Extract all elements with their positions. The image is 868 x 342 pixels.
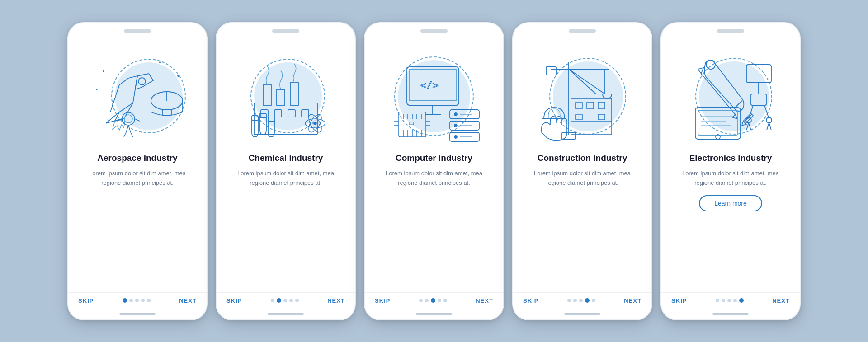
svg-point-61 [706, 60, 715, 69]
phone-bottom-4: SKIP NEXT [513, 292, 651, 311]
dot-4-1 [567, 299, 571, 302]
next-button-2[interactable]: NEXT [327, 297, 345, 304]
aerospace-desc: Lorem ipsum dolor sit dim amet, mea regi… [79, 169, 196, 188]
dot-1-4 [141, 299, 145, 302]
phone-construction: Construction industry Lorem ipsum dolor … [512, 22, 652, 320]
dot-3-5 [443, 299, 447, 302]
illustration-aerospace [68, 35, 207, 153]
dots-1 [123, 298, 151, 303]
svg-point-21 [314, 122, 316, 125]
svg-rect-48 [598, 102, 605, 109]
dots-5 [716, 298, 744, 303]
svg-rect-12 [290, 83, 298, 105]
phone-top-4 [513, 23, 651, 35]
svg-rect-2 [162, 110, 171, 115]
learn-more-button[interactable]: Learn more [699, 195, 762, 211]
svg-point-4 [124, 115, 132, 123]
home-indicator-5 [712, 313, 749, 315]
svg-line-38 [569, 69, 596, 94]
dot-5-1 [716, 299, 719, 302]
svg-line-39 [569, 69, 605, 94]
skip-button-1[interactable]: SKIP [78, 297, 94, 304]
svg-rect-49 [576, 114, 582, 120]
dot-1-1 [123, 298, 127, 303]
phone-speaker-2 [272, 29, 299, 33]
home-indicator-1 [119, 313, 156, 315]
svg-rect-43 [571, 98, 612, 135]
dot-2-1 [271, 299, 274, 302]
phone-speaker-4 [569, 29, 596, 33]
dot-5-3 [727, 299, 731, 302]
svg-point-8 [96, 89, 98, 90]
phone-electronics: Electronics industry Lorem ipsum dolor s… [660, 22, 801, 320]
phone-top-5 [661, 23, 800, 35]
computer-title: Computer industry [396, 153, 472, 164]
svg-rect-47 [587, 102, 594, 109]
computer-desc: Lorem ipsum dolor sit dim amet, mea regi… [376, 169, 492, 188]
svg-rect-14 [274, 110, 282, 117]
skip-button-2[interactable]: SKIP [226, 297, 242, 304]
construction-title: Construction industry [538, 153, 627, 164]
svg-line-62 [701, 74, 735, 114]
dot-3-1 [419, 299, 423, 302]
next-button-5[interactable]: NEXT [772, 297, 790, 304]
dot-4-2 [573, 299, 577, 302]
dots-2 [271, 298, 299, 303]
next-button-1[interactable]: NEXT [179, 297, 197, 304]
next-button-4[interactable]: NEXT [624, 297, 642, 304]
dots-3 [419, 298, 447, 303]
phone-aerospace: Aerospace industry Lorem ipsum dolor sit… [67, 22, 208, 320]
phones-container: Aerospace industry Lorem ipsum dolor sit… [49, 9, 819, 334]
svg-point-33 [454, 124, 457, 127]
svg-line-58 [764, 105, 769, 119]
dot-4-5 [592, 299, 595, 302]
svg-point-5 [103, 70, 104, 72]
illustration-computer: </> [365, 35, 503, 153]
phone-bottom-3: SKIP NEXT [365, 292, 503, 311]
next-button-3[interactable]: NEXT [476, 297, 493, 304]
phone-bottom-5: SKIP NEXT [661, 292, 800, 311]
svg-rect-46 [576, 102, 582, 109]
svg-rect-56 [751, 94, 766, 105]
svg-point-6 [159, 61, 161, 63]
chemical-title: Chemical industry [249, 153, 323, 164]
svg-rect-10 [263, 85, 271, 105]
svg-rect-42 [546, 67, 556, 75]
dot-1-2 [129, 299, 133, 302]
home-indicator-3 [416, 313, 452, 315]
aerospace-svg [83, 49, 192, 144]
svg-rect-9 [254, 103, 317, 135]
skip-button-5[interactable]: SKIP [671, 297, 687, 304]
phone-content-4: Construction industry Lorem ipsum dolor … [513, 153, 651, 292]
svg-rect-64 [698, 110, 738, 135]
phone-content-3: Computer industry Lorem ipsum dolor sit … [365, 153, 503, 292]
svg-rect-54 [746, 65, 771, 83]
phone-bottom-1: SKIP NEXT [68, 292, 207, 311]
dot-3-2 [425, 299, 429, 302]
illustration-chemical [217, 35, 355, 153]
dot-1-5 [147, 299, 151, 302]
svg-point-7 [177, 75, 179, 77]
svg-point-32 [454, 113, 457, 116]
svg-rect-16 [302, 110, 309, 117]
phone-top-2 [217, 23, 355, 35]
electronics-title: Electronics industry [689, 153, 772, 164]
computer-svg: </> [380, 49, 488, 144]
dot-4-3 [579, 299, 583, 302]
phone-speaker-1 [124, 29, 151, 33]
svg-rect-50 [598, 114, 605, 120]
dot-5-4 [733, 299, 737, 302]
phone-speaker-3 [420, 29, 448, 33]
construction-desc: Lorem ipsum dolor sit dim amet, mea regi… [524, 169, 641, 188]
dot-2-2 [277, 298, 281, 303]
skip-button-3[interactable]: SKIP [375, 297, 391, 304]
dots-4 [567, 298, 595, 303]
phone-top-3 [365, 23, 503, 35]
illustration-electronics [661, 35, 800, 153]
svg-point-34 [454, 136, 457, 138]
svg-rect-19 [268, 117, 274, 122]
dot-5-2 [722, 299, 725, 302]
dot-2-5 [295, 299, 299, 302]
skip-button-4[interactable]: SKIP [523, 297, 539, 304]
chemical-svg [231, 49, 340, 144]
